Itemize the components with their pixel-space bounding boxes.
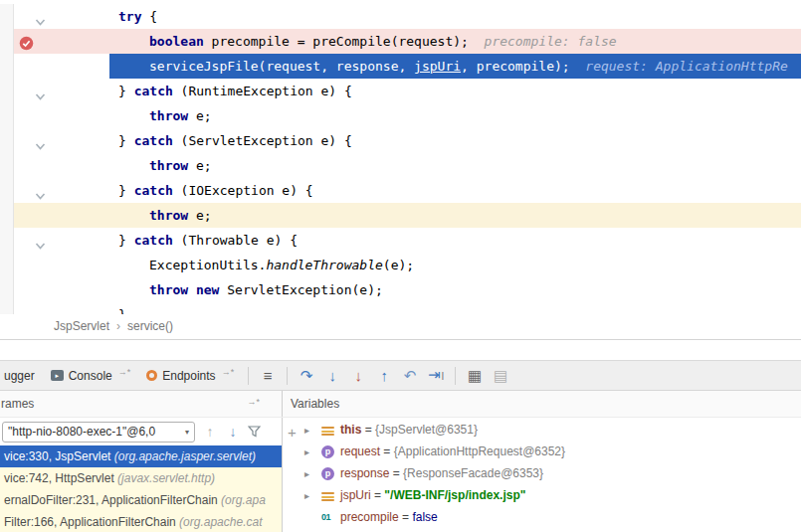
stack-frame-row[interactable]: Filter:166, ApplicationFilterChain (org.…: [0, 511, 282, 532]
variable-row[interactable]: ▸presponse = {ResponseFacade@6353}: [283, 462, 801, 484]
code-line[interactable]: try {: [0, 4, 801, 29]
code-line[interactable]: } catch (ServletException e) {: [0, 128, 801, 153]
breadcrumb-method[interactable]: service(): [127, 319, 173, 333]
fold-arrow-icon[interactable]: [35, 86, 46, 96]
code-line[interactable]: boolean precompile = preCompile(request)…: [0, 29, 801, 54]
code-text: try {: [109, 4, 801, 29]
code-token: }: [118, 307, 126, 314]
frame-location: vice:742, HttpServlet: [4, 471, 117, 485]
variable-row[interactable]: ▸this = {JspServlet@6351}: [283, 419, 801, 441]
gutter: [14, 203, 109, 228]
thread-selector[interactable]: "http-nio-8080-exec-1"@6,0 ▾: [2, 422, 195, 443]
fold-arrow-icon[interactable]: [35, 185, 46, 196]
code-text: throw e;: [109, 203, 801, 228]
cursor-glyph: I: [442, 371, 445, 382]
code-token: (e);: [383, 258, 414, 272]
code-token: precompile: false: [485, 34, 617, 49]
code-text: throw e;: [109, 103, 801, 128]
code-token: e;: [188, 108, 211, 123]
breadcrumb-class[interactable]: JspServlet: [54, 319, 109, 333]
tab-console[interactable]: ▸ Console →*: [43, 361, 139, 390]
hide-library-frames-icon[interactable]: [248, 426, 261, 438]
tab-debugger[interactable]: ugger: [2, 361, 43, 390]
expand-chevron-icon[interactable]: ▸: [304, 468, 321, 479]
equals-sign: =: [380, 444, 394, 458]
frame-package: (org.apache.jasper.servlet): [114, 449, 256, 463]
code-token: e;: [188, 208, 211, 223]
variable-value: {JspServlet@6351}: [375, 423, 478, 437]
gutter: [14, 253, 109, 277]
gutter: [14, 302, 109, 314]
expand-chevron-icon[interactable]: ▸: [304, 490, 321, 501]
variable-name: jspUri: [340, 488, 371, 502]
variable-row[interactable]: ▸01precompile = false: [283, 506, 801, 528]
panel-headers: rames →* Variables: [0, 391, 801, 418]
code-token: try: [118, 9, 141, 24]
add-watch-icon[interactable]: +: [288, 425, 297, 440]
spacer: [0, 340, 801, 360]
expand-chevron-icon[interactable]: ▸: [304, 425, 321, 436]
stack-frame-row[interactable]: vice:330, JspServlet (org.apache.jasper.…: [0, 445, 282, 467]
force-step-into-icon[interactable]: ↓: [345, 361, 371, 390]
gutter-edge: [0, 203, 14, 228]
menu-icon[interactable]: ≡: [255, 361, 281, 390]
code-text: } catch (Throwable e) {: [109, 228, 801, 253]
variables-panel-header[interactable]: Variables: [282, 391, 801, 417]
code-text: throw new ServletException(e);: [109, 277, 801, 302]
expand-chevron-icon[interactable]: ▸: [304, 446, 321, 457]
code-line[interactable]: serviceJspFile(request, response, jspUri…: [0, 54, 801, 79]
variable-row[interactable]: ▸jspUri = "/WEB-INF/jsp/index.jsp": [283, 484, 801, 506]
value-icon: [321, 489, 334, 502]
frame-package: (org.apache.cat: [179, 515, 262, 529]
step-into-icon[interactable]: ↓: [319, 361, 345, 390]
fold-arrow-icon[interactable]: [35, 135, 46, 146]
code-text: ExceptionUtils.handleThrowable(e);: [109, 253, 801, 277]
code-token: }: [118, 233, 134, 248]
frame-package: (javax.servlet.http): [117, 471, 215, 485]
stack-frame-row[interactable]: vice:742, HttpServlet (javax.servlet.htt…: [0, 467, 282, 489]
code-text: }: [109, 302, 801, 314]
fold-arrow-icon[interactable]: [35, 235, 46, 246]
stack-frame-row[interactable]: ernalDoFilter:231, ApplicationFilterChai…: [0, 489, 282, 511]
variable-name: response: [340, 466, 389, 480]
previous-frame-icon[interactable]: ↑: [202, 424, 218, 440]
variables-panel: + ▸this = {JspServlet@6351}▸prequest = {…: [283, 418, 801, 532]
code-text: throw e;: [109, 153, 801, 178]
code-line[interactable]: ExceptionUtils.handleThrowable(e);: [0, 253, 801, 277]
step-out-icon[interactable]: ↑: [371, 361, 397, 390]
equals-sign: =: [399, 510, 413, 524]
gutter-edge: [0, 54, 14, 79]
tab-endpoints[interactable]: Endpoints →*: [138, 361, 242, 390]
gutter-edge: [0, 153, 14, 178]
code-line[interactable]: } catch (RuntimeException e) {: [0, 79, 801, 103]
tab-debugger-label: ugger: [4, 369, 35, 383]
gutter-edge: [0, 253, 14, 277]
layout-settings-icon[interactable]: ▤: [488, 361, 513, 390]
step-over-icon[interactable]: ↷: [294, 361, 319, 390]
value-icon: [321, 424, 334, 437]
drop-frame-icon[interactable]: ↶: [397, 361, 423, 390]
frame-location: ernalDoFilter:231, ApplicationFilterChai…: [4, 493, 221, 507]
fold-arrow-icon[interactable]: [35, 11, 46, 22]
code-token: {: [141, 9, 157, 24]
frames-panel-header[interactable]: rames →*: [0, 391, 282, 417]
evaluate-expression-icon[interactable]: ▦: [462, 361, 488, 390]
jump-mark-icon: →*: [222, 367, 235, 377]
code-line[interactable]: throw e;: [0, 153, 801, 178]
code-line[interactable]: throw e;: [0, 103, 801, 128]
next-frame-icon[interactable]: ↓: [225, 424, 241, 440]
code-line[interactable]: }: [0, 302, 801, 314]
code-line[interactable]: } catch (IOException e) {: [0, 178, 801, 203]
variable-value: false: [412, 510, 437, 524]
code-line[interactable]: throw new ServletException(e);: [0, 277, 801, 302]
code-line[interactable]: throw e;: [0, 203, 801, 228]
code-text: boolean precompile = preCompile(request)…: [109, 29, 801, 54]
code-token: throw: [149, 158, 188, 173]
code-token: (RuntimeException e) {: [173, 84, 352, 98]
run-to-cursor-icon[interactable]: ⇥I: [423, 360, 449, 391]
variable-row[interactable]: ▸prequest = {ApplicationHttpRequest@6352…: [283, 441, 801, 462]
breakpoint-icon[interactable]: [19, 34, 34, 49]
variable-name: precompile: [340, 510, 399, 524]
code-editor[interactable]: try {boolean precompile = preCompile(req…: [0, 0, 801, 314]
code-line[interactable]: } catch (Throwable e) {: [0, 228, 801, 253]
